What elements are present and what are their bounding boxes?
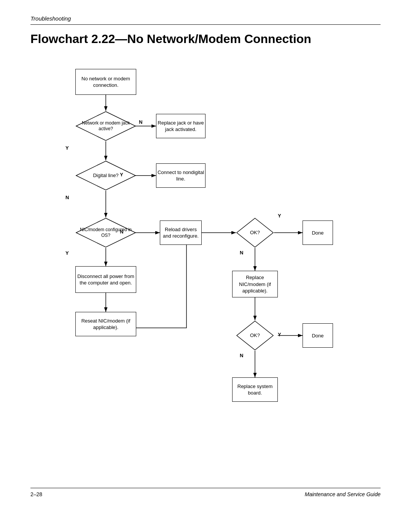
rect7: Replace NIC/modem (if applicable).	[232, 271, 278, 297]
label-y3: Y	[65, 250, 69, 256]
diamond5-text: OK?	[250, 332, 260, 339]
footer-title: Maintenance and Service Guide	[305, 491, 381, 497]
rect6: Done	[303, 220, 333, 245]
diamond3: NIC/modem configured in OS?	[75, 217, 136, 248]
diamond4-text: OK?	[250, 230, 260, 236]
diamond1-text: Network or modem jack active?	[75, 120, 136, 132]
page: Troubleshooting Flowchart 2.22—No Networ…	[0, 0, 411, 532]
rect2: Connect to nondigital line.	[156, 163, 206, 188]
rect1: Replace jack or have jack activated.	[156, 114, 206, 138]
label-y1: Y	[65, 145, 69, 151]
start-box: No network or modem connection.	[75, 69, 136, 95]
diamond2-text: Digital line?	[93, 173, 118, 179]
diamond4: OK?	[236, 217, 274, 248]
diamond5: OK?	[236, 320, 274, 351]
rect9: Replace system board.	[232, 377, 278, 402]
rect3: Reload drivers and reconfigure.	[160, 220, 202, 245]
flowchart: No network or modem connection. Network …	[42, 58, 369, 476]
label-y5: Y	[278, 332, 281, 337]
footer: 2–28 Maintenance and Service Guide	[30, 488, 381, 497]
label-n1: N	[139, 119, 142, 125]
rect8: Done	[303, 323, 333, 348]
diamond2: Digital line?	[75, 160, 136, 191]
diamond1: Network or modem jack active?	[75, 111, 136, 141]
rect4: Disconnect all power from the computer a…	[75, 266, 136, 293]
footer-page: 2–28	[30, 491, 42, 497]
page-title: Flowchart 2.22—No Network/Modem Connecti…	[30, 32, 381, 46]
label-n4: N	[240, 250, 243, 256]
label-n5: N	[240, 353, 243, 358]
rect5: Reseat NIC/modem (if applicable).	[75, 312, 136, 336]
label-y2: Y	[120, 172, 123, 177]
diamond3-text: NIC/modem configured in OS?	[75, 227, 136, 239]
label-y4: Y	[278, 213, 281, 219]
header-label: Troubleshooting	[30, 15, 71, 22]
label-n2: N	[65, 195, 69, 200]
header-section: Troubleshooting	[30, 15, 381, 25]
